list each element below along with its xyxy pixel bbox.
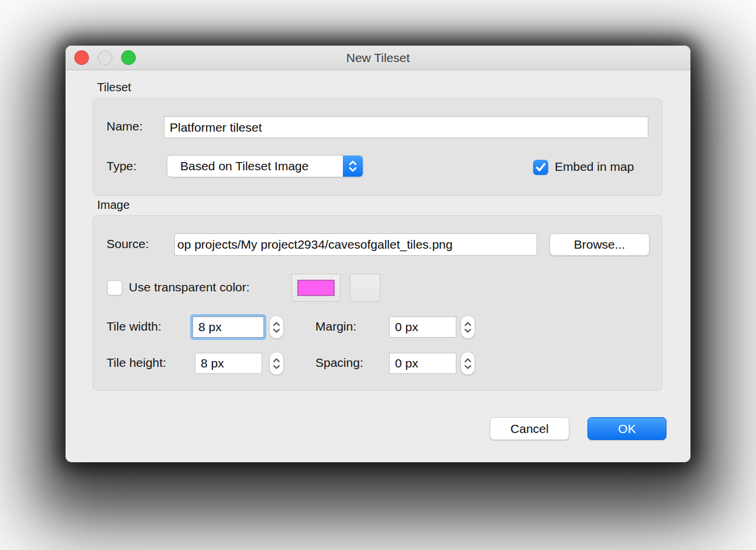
cancel-button[interactable]: Cancel [490,417,569,440]
screen: New Tileset Tileset Name: Type: Based on… [0,0,756,550]
spacing-input[interactable] [389,353,456,374]
source-input[interactable] [174,233,537,256]
title-bar[interactable]: New Tileset [66,46,690,70]
chevron-down-icon [464,328,472,333]
popup-chevrons-icon [343,156,363,177]
name-input[interactable] [164,116,648,138]
embed-checkbox[interactable] [533,160,548,175]
type-select[interactable]: Based on Tileset Image [167,155,363,177]
ok-button[interactable]: OK [587,417,666,440]
window-title: New Tileset [66,46,690,70]
transparent-color-button[interactable] [291,274,341,302]
new-tileset-dialog: New Tileset Tileset Name: Type: Based on… [66,46,690,462]
chevron-down-icon [273,365,280,369]
tileset-section-label: Tileset [97,81,131,94]
embed-label: Embed in map [555,160,634,174]
margin-label: Margin: [315,319,356,334]
type-select-value: Based on Tileset Image [180,156,339,177]
tile-height-stepper[interactable] [269,352,284,375]
name-label: Name: [106,119,143,133]
color-swatch [297,280,335,296]
tile-height-label: Tile height: [106,356,166,370]
chevron-down-icon [464,365,472,369]
browse-button[interactable]: Browse... [549,233,650,256]
type-label: Type: [106,159,136,173]
checkmark-icon [535,163,546,172]
tile-width-stepper[interactable] [269,315,284,339]
source-label: Source: [106,237,149,251]
chevron-up-icon [464,358,472,363]
color-picker-button[interactable] [350,274,380,302]
tile-width-label: Tile width: [106,319,161,334]
spacing-stepper[interactable] [461,352,475,375]
chevron-up-icon [273,322,280,326]
margin-input[interactable] [389,317,456,338]
image-section-label: Image [97,198,130,212]
chevron-up-icon [273,358,280,363]
tileset-groupbox [92,98,662,196]
tile-width-input[interactable] [193,317,264,338]
chevron-up-icon [464,322,472,326]
transparent-checkbox[interactable] [107,280,122,295]
tile-height-input[interactable] [195,353,262,374]
spacing-label: Spacing: [315,356,363,370]
transparent-label: Use transparent color: [129,280,250,294]
margin-stepper[interactable] [461,315,475,339]
chevron-down-icon [273,328,280,333]
